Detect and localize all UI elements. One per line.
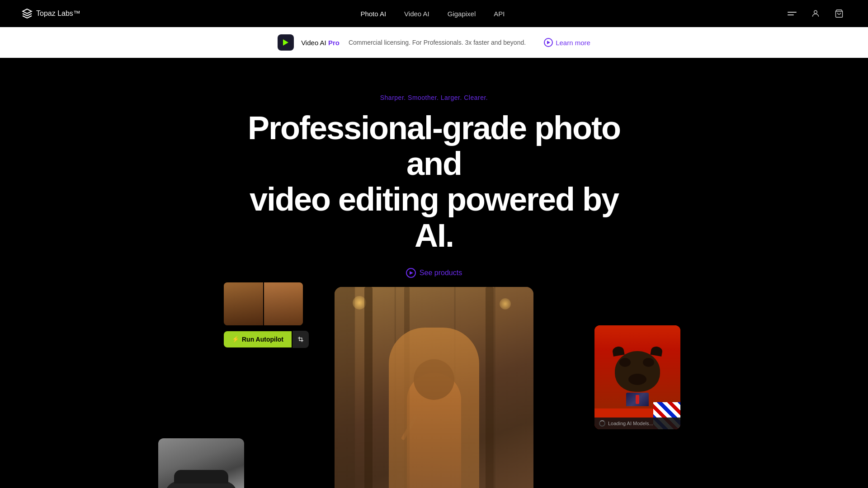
tie [636,395,639,404]
thumbnail-before [224,282,263,325]
autopilot-controls: ⚡ Run Autopilot [224,331,309,348]
see-products-link[interactable]: See products [406,268,462,278]
learn-more-label: Learn more [556,39,590,47]
bag-button[interactable] [832,6,846,21]
light-source-right [500,298,511,310]
learn-more-play-arrow [547,41,550,44]
autopilot-label: Run Autopilot [242,336,283,343]
comparison-thumbnails [224,282,303,325]
arm [401,415,418,441]
hero-title: Professional-grade photo and video editi… [231,110,637,253]
hero-tagline: Sharper. Smoother. Larger. Clearer. [18,94,850,101]
nav-link-video-ai[interactable]: Video AI [404,10,429,18]
column-3 [404,287,410,488]
nav-link-photo-ai[interactable]: Photo AI [360,10,386,18]
pug-snout [628,374,646,385]
see-products-play-arrow [410,271,413,275]
svg-point-0 [814,10,817,14]
hamburger-line-1 [788,12,797,13]
nav-link-gigapixel[interactable]: Gigapixel [448,10,476,18]
pug-head [615,351,660,392]
account-button[interactable] [808,6,823,21]
person-silhouette [398,346,470,488]
banner-video-ai-label: Video AI [301,39,328,47]
head [414,359,454,400]
thumbnail-after [264,282,303,325]
hero-title-line1: Professional-grade photo and [248,110,620,182]
body [407,373,461,488]
learn-more-circle-icon [544,38,553,47]
nav-actions [785,6,846,21]
main-scene-image [335,287,533,488]
promo-banner: Video AI Pro Commercial licensing. For P… [0,27,868,58]
demo-pug-image: Loading AI Models... [594,325,680,429]
see-products-circle-icon [406,268,416,278]
pug-scene-image [594,325,680,408]
banner-product-name: Video AI Pro [301,39,340,47]
hero-title-line2: video editing powered by AI. [250,181,618,253]
pug-ear-right [650,346,663,357]
bag-icon [835,9,844,18]
menu-button[interactable] [785,6,799,21]
loading-bar: Loading AI Models... [594,418,680,429]
run-autopilot-button[interactable]: ⚡ Run Autopilot [224,331,292,347]
logo-link[interactable]: Topaz Labs™ [22,8,80,19]
banner-product-logo [278,34,294,51]
column-2 [486,287,494,488]
hamburger-line-2 [788,14,794,15]
main-nav: Topaz Labs™ Photo AI Video AI Gigapixel … [0,0,868,27]
user-icon [811,9,820,18]
demo-car-image: ↑ Add Images [158,438,244,488]
nav-links: Photo AI Video AI Gigapixel API [360,10,505,18]
crop-icon [297,336,304,343]
loading-label: Loading AI Models... [608,421,653,426]
demo-section: ⚡ Run Autopilot [18,287,850,488]
pug-suit [626,393,649,406]
topaz-logo-icon [22,8,33,19]
car-body [165,481,237,488]
loading-spinner [599,420,605,427]
car-scene-image [158,438,244,488]
column-1 [364,287,373,488]
crop-button[interactable] [292,331,309,348]
hamburger-icon [788,12,797,15]
demo-main-image [335,287,533,488]
autopilot-lightning-icon: ⚡ [232,336,239,343]
banner-play-icon [283,39,288,46]
logo-text: Topaz Labs™ [36,9,80,18]
banner-pro-badge: Pro [328,39,340,47]
banner-learn-more-link[interactable]: Learn more [544,38,590,47]
banner-description: Commercial licensing. For Professionals.… [349,39,526,46]
pug-ear-left [612,346,624,357]
see-products-label: See products [420,269,462,277]
nav-link-api[interactable]: API [494,10,505,18]
hero-section: Sharper. Smoother. Larger. Clearer. Prof… [0,58,868,488]
